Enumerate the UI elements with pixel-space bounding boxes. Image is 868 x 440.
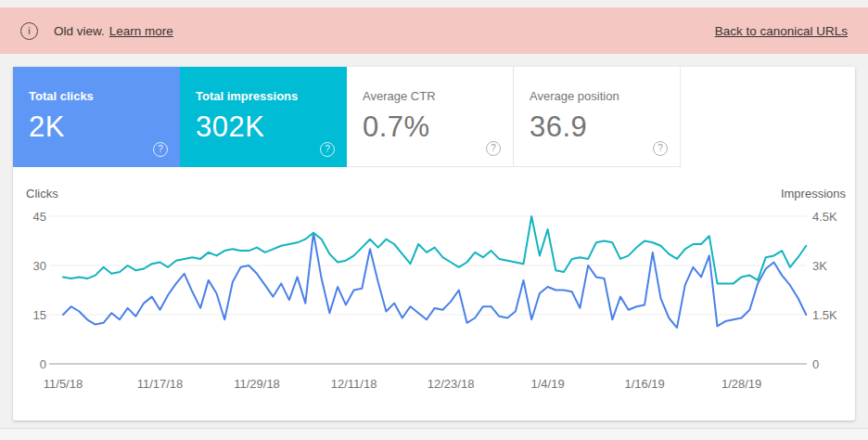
x-axis-label: 11/29/18 [220,377,294,391]
tile-total-impressions[interactable]: Total impressions 302K ? [180,67,347,167]
tile-label: Total impressions [196,89,347,103]
tile-value: 0.7% [363,111,513,143]
tile-value: 302K [196,111,347,143]
x-axis-label: 11/17/18 [123,377,198,391]
info-icon: i [20,22,38,40]
help-icon[interactable]: ? [320,142,335,157]
help-icon[interactable]: ? [486,141,501,156]
x-axis-label: 1/4/19 [511,377,585,391]
tile-value: 2K [29,111,180,143]
left-axis-tick-label: 30 [19,259,46,273]
left-axis-tick-label: 15 [19,308,46,322]
x-axis-label: 1/16/19 [607,377,682,391]
learn-more-link[interactable]: Learn more [109,24,173,38]
right-axis-tick-label: 0 [812,357,819,371]
left-axis-tick-label: 45 [19,210,46,224]
tile-average-ctr[interactable]: Average CTR 0.7% ? [347,67,514,167]
tile-value: 36.9 [530,111,680,143]
banner-message: Old view. [54,24,105,38]
left-axis-tick-label: 0 [19,357,46,371]
x-axis-label: 1/28/19 [705,377,779,391]
old-view-banner: i Old view. Learn more Back to canonical… [0,7,868,54]
tile-total-clicks[interactable]: Total clicks 2K ? [13,67,180,167]
x-axis-label: 12/23/18 [414,377,488,391]
tile-label: Total clicks [29,89,180,103]
performance-chart: Clicks Impressions 00151.5K303K454.5K11/… [13,167,855,421]
series-line-impressions [63,216,806,283]
right-axis-tick-label: 3K [812,259,827,273]
right-axis-tick-label: 4.5K [812,210,837,224]
tile-average-position[interactable]: Average position 36.9 ? [514,67,681,167]
performance-card: Total clicks 2K ? Total impressions 302K… [13,67,855,421]
metric-tiles: Total clicks 2K ? Total impressions 302K… [13,67,855,167]
tile-label: Average CTR [363,89,513,103]
x-axis-label: 11/5/18 [26,377,100,391]
right-axis-tick-label: 1.5K [812,308,837,322]
tile-label: Average position [530,89,680,103]
help-icon[interactable]: ? [153,142,168,157]
help-icon[interactable]: ? [653,141,668,156]
x-axis-label: 12/11/18 [317,377,391,391]
bottom-strip [0,429,868,440]
back-to-canonical-urls-link[interactable]: Back to canonical URLs [715,24,848,38]
